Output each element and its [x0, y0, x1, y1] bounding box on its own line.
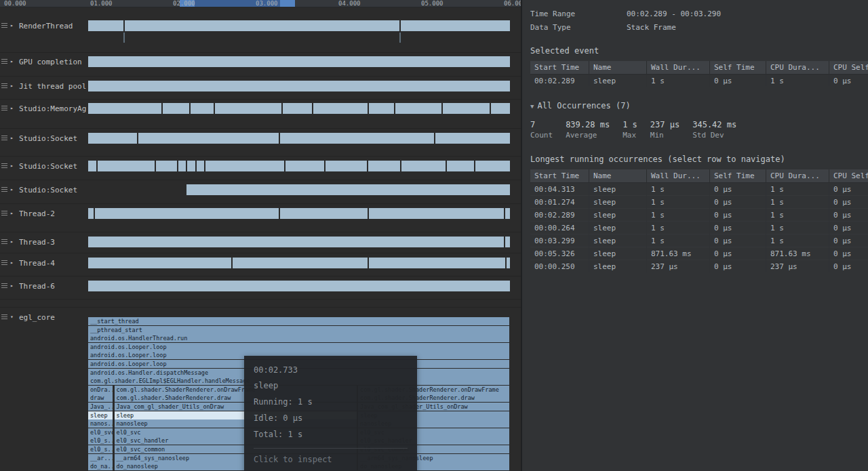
drag-handle-icon[interactable] — [1, 260, 7, 266]
thread-label[interactable]: ▸Thread-3 — [0, 237, 88, 247]
chevron-right-icon[interactable]: ▸ — [10, 209, 16, 218]
drag-handle-icon[interactable] — [1, 106, 7, 112]
thread-track-bar[interactable] — [88, 103, 510, 114]
thread-track-bar[interactable] — [88, 56, 510, 67]
table-cell: 1 s — [766, 183, 829, 196]
all-occurrences-toggle[interactable]: ▼All Occurrences (7) — [530, 101, 860, 111]
chevron-right-icon[interactable]: ▸ — [10, 81, 16, 91]
activity-gap — [189, 103, 191, 114]
drag-handle-icon[interactable] — [1, 136, 7, 142]
table-cell: sleep — [589, 209, 647, 222]
table-cell: 00:04.313 — [530, 183, 589, 196]
flame-frame[interactable]: nanos... — [88, 419, 113, 428]
thread-label[interactable]: ▸Studio:MemoryAg — [0, 104, 88, 113]
thread-label[interactable]: ▾egl_core — [0, 312, 88, 322]
flame-frame[interactable]: sleep — [88, 411, 113, 419]
event-tooltip: 00:02.733 sleep Running: 1 s Idle: 0 µs … — [244, 356, 417, 471]
occurrence-row[interactable]: 00:04.313sleep1 s0 µs1 s0 µs — [530, 183, 868, 196]
thread-track-bar[interactable] — [88, 133, 510, 144]
column-header[interactable]: CPU Self... — [829, 169, 868, 183]
drag-handle-icon[interactable] — [1, 163, 7, 169]
activity-gap — [446, 161, 447, 171]
thread-track-bar[interactable] — [88, 81, 510, 91]
flame-frame[interactable]: Java_... — [88, 403, 113, 411]
stat-label: Std Dev — [692, 130, 736, 140]
column-header[interactable]: Name — [589, 61, 647, 75]
chevron-right-icon[interactable]: ▸ — [10, 104, 16, 113]
column-header[interactable]: Wall Dur... — [647, 169, 710, 183]
data-type-label: Data Type — [530, 23, 627, 32]
column-header[interactable]: Self Time — [710, 61, 766, 75]
chevron-right-icon[interactable]: ▸ — [10, 237, 16, 247]
timeline-panel: 00.00001.00002.00003.00004.00005.00006.0… — [0, 0, 521, 471]
occurrence-row[interactable]: 00:00.264sleep1 s0 µs1 s0 µs — [530, 222, 868, 234]
flame-frame[interactable]: android.os.Looper.loop — [88, 343, 509, 351]
drag-handle-icon[interactable] — [1, 83, 7, 89]
column-header[interactable]: CPU Dura... — [766, 169, 829, 183]
row-separator — [0, 299, 521, 300]
flame-frame[interactable]: el0_s... — [88, 436, 113, 445]
chevron-right-icon[interactable]: ▸ — [10, 281, 16, 291]
thread-label[interactable]: ▸Jit thread pool — [0, 81, 88, 91]
thread-label[interactable]: ▸Thread-6 — [0, 281, 88, 291]
thread-name: Studio:Socket — [19, 134, 77, 143]
chevron-right-icon[interactable]: ▸ — [10, 185, 16, 194]
timeline-ruler[interactable]: 00.00001.00002.00003.00004.00005.00006.0… — [0, 0, 521, 7]
thread-track-bar[interactable] — [88, 281, 510, 291]
thread-track-bar[interactable] — [88, 258, 510, 268]
chevron-right-icon[interactable]: ▸ — [10, 258, 16, 268]
flame-frame[interactable]: el0_svc — [88, 428, 113, 436]
occurrence-row[interactable]: 00:01.274sleep1 s0 µs1 s0 µs — [530, 196, 868, 209]
chevron-right-icon[interactable]: ▸ — [10, 161, 16, 171]
column-header[interactable]: Start Time — [530, 169, 589, 183]
stat-value: 7 — [530, 119, 553, 130]
thread-track-bar[interactable] — [88, 208, 510, 219]
chevron-down-icon: ▼ — [530, 103, 534, 110]
drag-handle-icon[interactable] — [1, 283, 7, 289]
chevron-right-icon[interactable]: ▸ — [10, 21, 16, 30]
occurrence-row[interactable]: 00:05.326sleep871.63 ms0 µs871.63 ms0 µs — [530, 247, 868, 260]
column-header[interactable]: Self Time — [710, 169, 766, 183]
thread-track-bar[interactable] — [186, 184, 510, 195]
column-header[interactable]: Wall Dur... — [647, 61, 710, 75]
flame-frame[interactable]: el0_s... — [88, 445, 113, 453]
drag-handle-icon[interactable] — [1, 211, 7, 217]
column-header[interactable]: Name — [589, 169, 647, 183]
occurrence-row[interactable]: 00:02.289sleep1 s0 µs1 s0 µs — [530, 209, 868, 222]
flame-frame[interactable]: android.os.HandlerThread.run — [88, 334, 509, 342]
flame-frame[interactable]: __start_thread — [88, 317, 509, 325]
drag-handle-icon[interactable] — [1, 59, 7, 65]
thread-track-bar[interactable] — [88, 161, 510, 171]
thread-label[interactable]: ▸Studio:Socket — [0, 185, 88, 194]
occurrence-row[interactable]: 00:00.250sleep237 µs0 µs237 µs0 µs — [530, 260, 868, 273]
flame-frame[interactable]: do_na... — [88, 462, 113, 470]
column-header[interactable]: CPU Dura... — [766, 61, 829, 75]
flame-frame[interactable]: onDra... — [88, 386, 113, 394]
activity-gap — [94, 208, 95, 219]
drag-handle-icon[interactable] — [1, 187, 7, 193]
chevron-right-icon[interactable]: ▸ — [10, 57, 16, 66]
drag-handle-icon[interactable] — [1, 23, 7, 29]
chevron-down-icon[interactable]: ▾ — [10, 312, 16, 322]
selection-handle-right[interactable] — [280, 0, 295, 7]
thread-label[interactable]: ▸Thread-4 — [0, 258, 88, 268]
thread-label[interactable]: ▸Studio:Socket — [0, 134, 88, 143]
thread-track-bar[interactable] — [88, 237, 510, 247]
chevron-right-icon[interactable]: ▸ — [10, 134, 16, 143]
flame-frame[interactable]: draw — [88, 394, 113, 402]
tooltip-total: Total: 1 s — [254, 426, 408, 443]
occurrence-row[interactable]: 00:03.299sleep1 s0 µs1 s0 µs — [530, 234, 868, 247]
ruler-time-label: 03.000 — [256, 0, 278, 7]
flame-frame[interactable]: __ar... — [88, 454, 113, 462]
thread-label[interactable]: ▸RenderThread — [0, 21, 88, 30]
thread-label[interactable]: ▸Thread-2 — [0, 209, 88, 218]
selected-event-row[interactable]: 00:02.289sleep1 s0 µs1 s0 µs — [530, 75, 868, 87]
thread-track-bar[interactable] — [88, 20, 510, 31]
thread-label[interactable]: ▸Studio:Socket — [0, 161, 88, 171]
flame-frame[interactable]: __pthread_start — [88, 326, 509, 334]
drag-handle-icon[interactable] — [1, 239, 7, 245]
drag-handle-icon[interactable] — [1, 314, 7, 321]
column-header[interactable]: CPU Self... — [829, 61, 868, 75]
thread-label[interactable]: ▸GPU completion — [0, 57, 88, 66]
column-header[interactable]: Start Time — [530, 61, 589, 75]
